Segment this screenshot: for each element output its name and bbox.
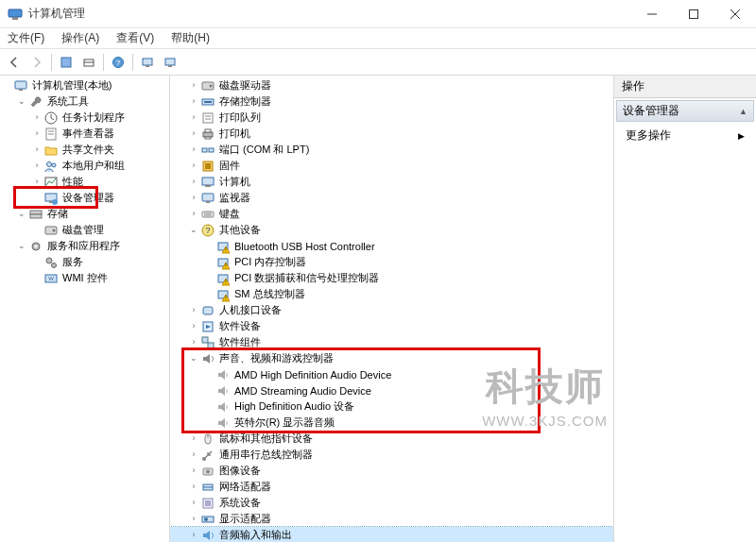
tool-refresh-button[interactable] <box>160 52 180 73</box>
chevron-right-icon[interactable]: › <box>187 450 200 459</box>
chevron-right-icon[interactable]: › <box>187 306 200 314</box>
tree-item[interactable]: 磁盘管理 <box>0 222 169 238</box>
tree-item[interactable]: ›打印机 <box>170 126 613 142</box>
tree-item[interactable]: !PCI 数据捕获和信号处理控制器 <box>170 270 613 286</box>
svg-rect-76 <box>208 343 214 348</box>
svg-rect-53 <box>202 194 214 201</box>
tree-item[interactable]: !Bluetooth USB Host Controller <box>170 238 613 254</box>
tree-item[interactable]: WWMI 控件 <box>0 270 169 286</box>
chevron-right-icon[interactable]: › <box>187 97 200 106</box>
tree-item[interactable]: ›图像设备 <box>170 463 613 479</box>
chevron-down-icon[interactable]: ⌄ <box>15 210 28 218</box>
tree-item[interactable]: ›键盘 <box>170 206 613 222</box>
chevron-right-icon[interactable]: › <box>30 161 43 170</box>
tree-item[interactable]: ⌄服务和应用程序 <box>0 238 169 254</box>
chevron-down-icon[interactable]: ⌄ <box>15 97 28 106</box>
device-icon <box>43 191 59 206</box>
tree-item[interactable]: ⌄?其他设备 <box>170 222 613 238</box>
chevron-right-icon[interactable]: › <box>187 145 200 154</box>
chevron-right-icon[interactable]: › <box>187 338 200 347</box>
menu-file[interactable]: 文件(F) <box>4 30 48 46</box>
close-button[interactable] <box>714 0 756 28</box>
tree-item[interactable]: 计算机管理(本地) <box>0 77 169 93</box>
tree-item-label: High Definition Audio 设备 <box>234 399 354 414</box>
chevron-down-icon[interactable]: ⌄ <box>187 354 200 363</box>
chevron-right-icon[interactable]: › <box>30 113 43 122</box>
tree-item[interactable]: ›计算机 <box>170 174 613 190</box>
disk-icon <box>200 78 215 93</box>
chevron-down-icon[interactable]: ⌄ <box>187 226 200 234</box>
console-tree[interactable]: 计算机管理(本地)⌄系统工具›任务计划程序›事件查看器›共享文件夹›本地用户和组… <box>0 76 170 542</box>
chevron-right-icon[interactable]: › <box>187 178 200 186</box>
chevron-right-icon[interactable]: › <box>187 322 200 330</box>
minimize-button[interactable] <box>631 0 673 28</box>
menu-view[interactable]: 查看(V) <box>112 30 158 46</box>
tool-view-button[interactable] <box>78 52 99 73</box>
tree-item[interactable]: !SM 总线控制器 <box>170 286 613 302</box>
usb-icon <box>200 448 215 463</box>
chevron-right-icon[interactable]: › <box>187 129 200 138</box>
chevron-right-icon[interactable]: › <box>187 531 200 539</box>
chevron-down-icon[interactable]: ⌄ <box>15 242 28 250</box>
tree-item[interactable]: ›通用串行总线控制器 <box>170 447 613 463</box>
action-pane-category[interactable]: 设备管理器 ▲ <box>616 100 754 122</box>
nav-back-button[interactable] <box>4 52 25 73</box>
spk-icon <box>215 367 231 382</box>
tree-item[interactable]: !PCI 内存控制器 <box>170 254 613 270</box>
tree-item[interactable]: ›系统设备 <box>170 495 613 511</box>
device-tree[interactable]: ›磁盘驱动器›存储控制器›打印队列›打印机›端口 (COM 和 LPT)›固件›… <box>170 76 614 542</box>
chevron-right-icon[interactable]: › <box>187 81 200 90</box>
menu-help[interactable]: 帮助(H) <box>167 30 214 46</box>
tree-item[interactable]: ›任务计划程序 <box>0 110 169 126</box>
tree-item[interactable]: 设备管理器 <box>0 190 169 206</box>
tree-item[interactable]: ›存储控制器 <box>170 93 613 110</box>
tree-item[interactable]: High Definition Audio 设备 <box>170 398 613 415</box>
chevron-right-icon[interactable]: › <box>187 499 200 507</box>
chevron-right-icon[interactable]: › <box>187 466 200 475</box>
tree-item[interactable]: ›人机接口设备 <box>170 302 613 318</box>
tree-item[interactable]: ›固件 <box>170 158 613 174</box>
chevron-right-icon[interactable]: › <box>30 129 43 138</box>
chevron-right-icon[interactable]: › <box>187 194 200 202</box>
tree-item[interactable]: ⌄声音、视频和游戏控制器 <box>170 350 613 366</box>
tree-item[interactable]: ›鼠标和其他指针设备 <box>170 431 613 447</box>
tree-item-label: 服务 <box>62 255 83 269</box>
tree-item[interactable]: ›磁盘驱动器 <box>170 77 613 93</box>
tree-item[interactable]: ›本地用户和组 <box>0 158 169 174</box>
tree-item[interactable]: AMD High Definition Audio Device <box>170 366 613 382</box>
maximize-button[interactable] <box>673 0 714 28</box>
tool-help-button[interactable]: ? <box>108 52 129 73</box>
chevron-right-icon[interactable]: › <box>187 434 200 443</box>
tree-item[interactable]: ›监视器 <box>170 190 613 206</box>
tool-devmgr-button[interactable] <box>137 52 158 73</box>
tree-item[interactable]: ›打印队列 <box>170 110 613 126</box>
tree-item[interactable]: AMD Streaming Audio Device <box>170 382 613 398</box>
chevron-right-icon[interactable]: › <box>30 178 43 186</box>
tool-action-button[interactable] <box>56 52 77 73</box>
tree-item[interactable]: ›性能 <box>0 174 169 190</box>
svg-rect-40 <box>204 101 212 103</box>
chevron-right-icon[interactable]: › <box>30 145 43 154</box>
chevron-right-icon[interactable]: › <box>187 161 200 170</box>
tree-item[interactable]: ›软件设备 <box>170 318 613 334</box>
tree-item[interactable]: ›软件组件 <box>170 334 613 350</box>
chevron-right-icon[interactable]: › <box>187 113 200 122</box>
tree-item[interactable]: 服务 <box>0 254 169 270</box>
tree-item[interactable]: ⌄系统工具 <box>0 93 169 110</box>
action-pane-more[interactable]: 更多操作 ▶ <box>614 124 756 147</box>
svg-text:?: ? <box>116 59 121 67</box>
chevron-right-icon[interactable]: › <box>187 210 200 218</box>
tree-item[interactable]: 英特尔(R) 显示器音频 <box>170 415 613 431</box>
tree-item[interactable]: ›事件查看器 <box>0 126 169 142</box>
tree-item[interactable]: ⌄存储 <box>0 206 169 222</box>
chevron-right-icon[interactable]: › <box>187 483 200 491</box>
tree-item[interactable]: ›端口 (COM 和 LPT) <box>170 142 613 158</box>
tree-item[interactable]: ›共享文件夹 <box>0 142 169 158</box>
tree-item[interactable]: ›音频输入和输出 <box>170 527 613 542</box>
net-icon <box>200 480 215 495</box>
menu-action[interactable]: 操作(A) <box>58 30 103 46</box>
tree-item[interactable]: ›网络适配器 <box>170 479 613 495</box>
nav-fwd-button[interactable] <box>26 52 47 73</box>
chevron-right-icon[interactable]: › <box>187 515 200 523</box>
tree-item[interactable]: ›显示适配器 <box>170 511 613 527</box>
